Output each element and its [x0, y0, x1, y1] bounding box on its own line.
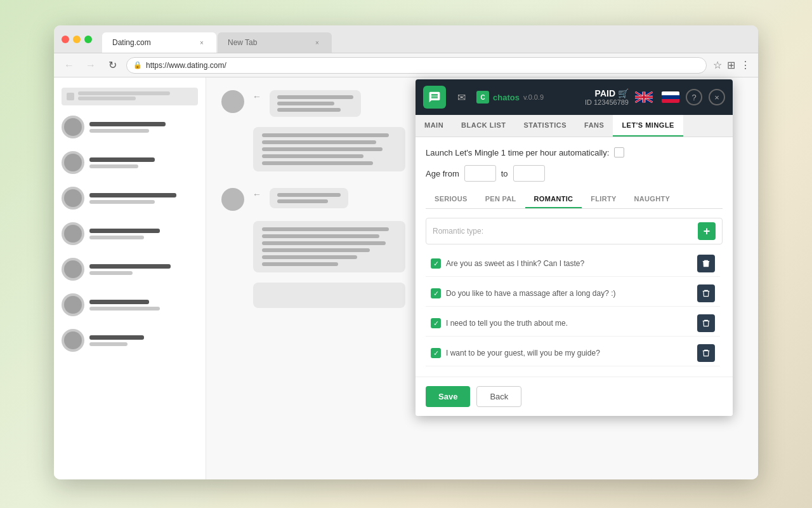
age-from-input[interactable]	[464, 165, 496, 182]
tab-dating-close[interactable]: ×	[197, 38, 206, 47]
avatar	[62, 293, 84, 316]
message-input-row: Romantic type: +	[426, 218, 723, 244]
list-item[interactable]	[62, 326, 198, 354]
chat-info	[89, 157, 198, 168]
reload-button[interactable]: ↻	[105, 58, 120, 73]
tab-naughty[interactable]: NAUGHTY	[625, 190, 679, 208]
age-row: Age from to	[426, 165, 723, 182]
list-item[interactable]	[62, 291, 198, 319]
avatar	[62, 187, 84, 210]
brand-name: chatos	[493, 93, 520, 102]
avatar	[62, 329, 84, 352]
list-item: ✓ I want to be your guest, will you be m…	[426, 340, 720, 366]
launch-row: Launch Let's Mingle 1 time per hour auto…	[426, 147, 723, 157]
add-message-button[interactable]: +	[698, 222, 716, 240]
message-checkbox-4[interactable]: ✓	[431, 348, 441, 358]
chat-plugin-icon	[423, 86, 446, 109]
brand-version: v.0.0.9	[523, 93, 544, 101]
tab-flirty[interactable]: FLIRTY	[582, 190, 625, 208]
extensions-icon[interactable]: ⊞	[727, 59, 735, 71]
message-checkbox-2[interactable]: ✓	[431, 288, 441, 298]
age-to-label: to	[501, 169, 508, 178]
message-type-placeholder: Romantic type:	[433, 227, 693, 236]
back-button[interactable]: ←	[62, 58, 77, 73]
browser-toolbar: ← → ↻ 🔒 https://www.dating.com/ ☆ ⊞ ⋮	[54, 53, 758, 77]
message-bubble	[270, 90, 361, 117]
maximize-window-button[interactable]	[84, 36, 92, 43]
chat-info	[89, 193, 198, 204]
browser-titlebar: Dating.com × New Tab ×	[54, 25, 758, 53]
search-bar[interactable]	[62, 88, 198, 105]
message-bubble	[270, 188, 348, 208]
uk-flag-icon[interactable]	[635, 91, 653, 103]
launch-auto-checkbox[interactable]	[614, 147, 624, 157]
back-button[interactable]: Back	[476, 386, 521, 407]
chat-info	[89, 122, 198, 133]
delete-message-3-button[interactable]	[697, 314, 715, 332]
tab-romantic[interactable]: ROMANTIC	[525, 190, 582, 208]
plugin-brand: C chatos v.0.0.9	[476, 91, 544, 104]
tab-newtab[interactable]: New Tab ×	[218, 32, 332, 53]
message-text-2: Do you like to have a massage after a lo…	[446, 289, 692, 298]
message-block	[253, 127, 405, 171]
forward-button[interactable]: →	[83, 58, 98, 73]
tab-dating[interactable]: Dating.com ×	[102, 32, 216, 53]
delete-message-2-button[interactable]	[697, 284, 715, 302]
plugin-paid-info: PAID 🛒 ID 123456789	[585, 88, 629, 106]
address-text: https://www.dating.com/	[146, 61, 226, 70]
list-item[interactable]	[62, 184, 198, 212]
close-window-button[interactable]	[62, 36, 69, 43]
tab-serious[interactable]: SERIOUS	[426, 190, 476, 208]
delete-message-4-button[interactable]	[697, 344, 715, 362]
traffic-lights	[62, 36, 92, 43]
messages-list: ✓ Are you as sweet as I think? Can I tas…	[426, 251, 723, 366]
type-tabs: SERIOUS PEN PAL ROMANTIC FLIRTY NAUGHTY	[426, 190, 723, 209]
list-item: ✓ I need to tell you the truth about me.	[426, 311, 720, 337]
close-plugin-button[interactable]: ×	[709, 89, 725, 105]
avatar	[62, 151, 84, 174]
brand-icon: C	[476, 91, 489, 104]
list-item: ✓ Are you as sweet as I think? Can I tas…	[426, 251, 720, 277]
tab-newtab-close[interactable]: ×	[313, 38, 322, 47]
chat-info	[89, 264, 198, 275]
minimize-window-button[interactable]	[73, 36, 81, 43]
message-checkbox-1[interactable]: ✓	[431, 258, 441, 269]
bookmark-icon[interactable]: ☆	[713, 59, 722, 71]
chat-sidebar	[54, 77, 206, 479]
tab-fans[interactable]: FANS	[575, 115, 613, 137]
avatar	[62, 116, 84, 138]
list-item: ✓ Do you like to have a massage after a …	[426, 281, 720, 307]
arrow-icon: ←	[251, 90, 263, 103]
message-checkbox-3[interactable]: ✓	[431, 318, 441, 328]
chat-info	[89, 300, 198, 311]
paid-id: ID 123456789	[585, 98, 629, 106]
plugin-content: Launch Let's Mingle 1 time per hour auto…	[416, 137, 733, 377]
launch-label: Launch Let's Mingle 1 time per hour auto…	[426, 148, 609, 157]
tab-letsmingle[interactable]: LET'S MINGLE	[613, 115, 683, 137]
age-to-input[interactable]	[513, 165, 545, 182]
tab-penpal[interactable]: PEN PAL	[476, 190, 525, 208]
message-text-3: I need to tell you the truth about me.	[446, 319, 692, 328]
list-item[interactable]	[62, 255, 198, 283]
plugin-overlay: ✉ C chatos v.0.0.9 PAID 🛒 ID 123456789	[416, 79, 733, 416]
plugin-footer: Save Back	[416, 377, 733, 416]
plugin-nav: MAIN BLACK LIST STATISTICS FANS LET'S MI…	[416, 115, 733, 137]
list-item[interactable]	[62, 220, 198, 248]
help-button[interactable]: ?	[686, 89, 702, 105]
tab-main[interactable]: MAIN	[416, 115, 452, 137]
chat-info	[89, 335, 198, 346]
list-item[interactable]	[62, 113, 198, 141]
address-bar[interactable]: 🔒 https://www.dating.com/	[126, 57, 707, 74]
tab-statistics[interactable]: STATISTICS	[515, 115, 576, 137]
list-item[interactable]	[62, 149, 198, 177]
avatar	[221, 90, 244, 113]
russia-flag-icon[interactable]	[662, 91, 679, 103]
message-text-4: I want to be your guest, will you be my …	[446, 349, 692, 358]
age-from-label: Age from	[426, 169, 459, 178]
tabs-bar: Dating.com × New Tab ×	[102, 25, 750, 53]
mail-icon[interactable]: ✉	[452, 88, 470, 106]
delete-message-1-button[interactable]	[697, 255, 715, 272]
menu-icon[interactable]: ⋮	[740, 59, 750, 71]
save-button[interactable]: Save	[426, 386, 470, 407]
tab-blacklist[interactable]: BLACK LIST	[452, 115, 514, 137]
